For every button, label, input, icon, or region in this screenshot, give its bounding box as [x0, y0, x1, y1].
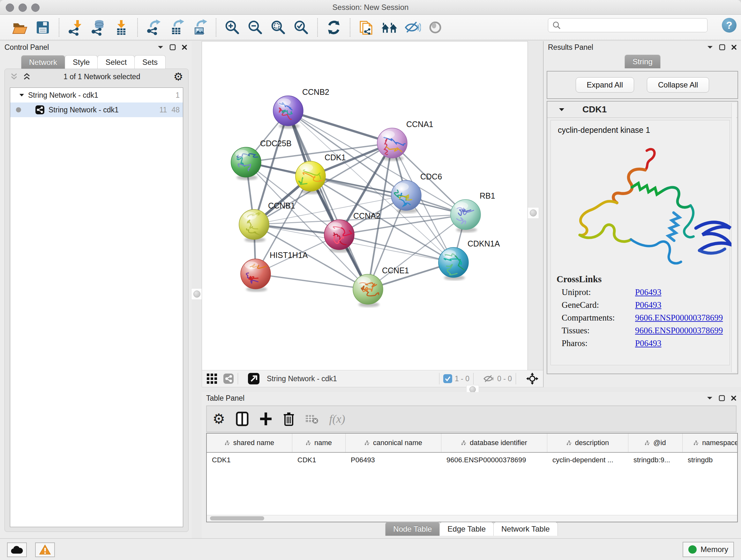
- cloud-button[interactable]: [7, 543, 27, 557]
- tab-edge-table[interactable]: Edge Table: [440, 522, 494, 536]
- column-header-canonical-name[interactable]: canonical name: [346, 434, 441, 452]
- table-cell[interactable]: CDK1: [207, 453, 292, 468]
- memory-button[interactable]: Memory: [683, 542, 734, 557]
- node-CDC6[interactable]: [391, 180, 421, 210]
- open-session-icon[interactable]: [11, 18, 29, 37]
- network-from-document-icon[interactable]: [357, 18, 375, 37]
- pan-crosshair-icon[interactable]: [526, 372, 539, 385]
- network-view-canvas[interactable]: CCNB2CCNA1CDC25BCDK1CDC6RB1CCNB1CCNA2CDK…: [202, 41, 528, 370]
- table-cell[interactable]: stringdb:9...: [628, 453, 683, 468]
- network-row[interactable]: String Network - cdk1 11 48: [10, 103, 183, 117]
- refresh-layout-icon[interactable]: [325, 18, 343, 37]
- tree-expander-icon[interactable]: [19, 93, 24, 97]
- zoom-fit-icon[interactable]: [269, 18, 287, 37]
- table-cell[interactable]: stringdb: [683, 453, 738, 468]
- rendering-detail-sphere-icon[interactable]: [426, 18, 444, 37]
- crosslink-link[interactable]: 9606.ENSP00000378699: [635, 326, 723, 335]
- panel-collapse-icon[interactable]: [706, 396, 713, 400]
- edge[interactable]: [288, 111, 368, 289]
- node-CCNB1[interactable]: [239, 209, 269, 240]
- delete-column-icon[interactable]: [283, 412, 294, 426]
- panel-close-icon[interactable]: [182, 44, 187, 50]
- panel-float-icon[interactable]: [170, 44, 176, 51]
- edge[interactable]: [256, 274, 368, 289]
- column-header-name[interactable]: name: [292, 434, 346, 452]
- column-header-description[interactable]: description: [547, 434, 628, 452]
- table-h-scrollbar[interactable]: [207, 515, 737, 522]
- crosslink-link[interactable]: P06493: [635, 338, 662, 348]
- control-splitter-handle[interactable]: [191, 288, 203, 300]
- add-column-icon[interactable]: [259, 412, 272, 426]
- table-cell[interactable]: CDK1: [292, 453, 346, 468]
- expand-all-button[interactable]: Expand All: [576, 77, 634, 92]
- table-h-scrollbar-thumb[interactable]: [210, 516, 264, 520]
- column-header-namespace[interactable]: namespace: [683, 434, 738, 452]
- export-network-icon[interactable]: [145, 18, 163, 37]
- panel-float-icon[interactable]: [719, 395, 725, 401]
- column-header-@id[interactable]: @id: [628, 434, 683, 452]
- gene-panel-header[interactable]: CDK1: [547, 102, 738, 118]
- crosslink-link[interactable]: 9606.ENSP00000378699: [635, 313, 723, 323]
- node-CCNE1[interactable]: [353, 274, 383, 304]
- tab-sets[interactable]: Sets: [134, 55, 165, 69]
- network-collection-row[interactable]: String Network - cdk1 1: [10, 88, 183, 103]
- tab-style[interactable]: Style: [65, 55, 98, 69]
- search-box[interactable]: [548, 18, 708, 32]
- zoom-out-icon[interactable]: [246, 18, 264, 37]
- table-row[interactable]: CDK1CDK1P064939606.ENSP00000378699cyclin…: [207, 453, 737, 468]
- table-cell[interactable]: P06493: [346, 453, 441, 468]
- export-table-icon[interactable]: [168, 18, 186, 37]
- show-hide-graphics-details-icon[interactable]: [403, 18, 421, 37]
- import-network-from-database-icon[interactable]: [89, 18, 107, 37]
- node-RB1[interactable]: [451, 199, 481, 230]
- help-button[interactable]: ?: [722, 18, 737, 33]
- table-cell[interactable]: cyclin-dependent ...: [547, 453, 628, 468]
- show-columns-icon[interactable]: [236, 412, 249, 426]
- collapse-all-networks-icon[interactable]: [10, 73, 17, 80]
- birds-eye-view-icon[interactable]: [248, 373, 260, 385]
- save-session-icon[interactable]: [34, 18, 52, 37]
- tab-network[interactable]: Network: [21, 55, 65, 69]
- edge[interactable]: [288, 111, 392, 143]
- crosslink-link[interactable]: P06493: [635, 287, 662, 297]
- node-CDKN1A[interactable]: [439, 247, 468, 277]
- panel-close-icon[interactable]: [731, 44, 737, 50]
- results-splitter-handle[interactable]: [528, 207, 539, 219]
- import-network-from-file-icon[interactable]: [66, 18, 84, 37]
- export-image-icon[interactable]: [191, 18, 209, 37]
- tab-node-table[interactable]: Node Table: [385, 522, 440, 536]
- node-CCNB2[interactable]: [273, 96, 303, 126]
- zoom-selected-icon[interactable]: [292, 18, 310, 37]
- table-options-gear-icon[interactable]: ⚙: [212, 412, 225, 426]
- panel-collapse-icon[interactable]: [157, 45, 164, 50]
- node-CDC25B[interactable]: [231, 147, 261, 177]
- warnings-button[interactable]: [35, 543, 55, 557]
- network-options-gear-icon[interactable]: ⚙: [174, 70, 183, 84]
- results-splitter[interactable]: [528, 41, 543, 370]
- network-share-gray-icon[interactable]: [223, 373, 234, 384]
- gene-expander-icon[interactable]: [559, 108, 564, 112]
- tab-select[interactable]: Select: [97, 55, 135, 69]
- expand-all-networks-icon[interactable]: [23, 73, 30, 80]
- crosslink-link[interactable]: P06493: [635, 300, 662, 310]
- node-CCNA2[interactable]: [324, 220, 354, 250]
- node-CCNA1[interactable]: [377, 128, 408, 158]
- selected-checkbox-icon[interactable]: [443, 374, 452, 383]
- import-table-from-file-icon[interactable]: [112, 18, 130, 37]
- search-input[interactable]: [561, 21, 696, 30]
- tab-network-table[interactable]: Network Table: [493, 522, 558, 536]
- panel-collapse-icon[interactable]: [707, 45, 713, 50]
- table-cell[interactable]: 9606.ENSP00000378699: [441, 453, 547, 468]
- home-icon[interactable]: [381, 18, 398, 37]
- zoom-in-icon[interactable]: [223, 18, 241, 37]
- tab-string[interactable]: String: [624, 55, 661, 68]
- column-header-shared-name[interactable]: shared name: [207, 434, 292, 452]
- grid-view-icon[interactable]: [206, 373, 217, 384]
- column-header-database-identifier[interactable]: database identifier: [441, 434, 547, 452]
- collapse-all-button[interactable]: Collapse All: [647, 77, 709, 92]
- node-HIST1H1A[interactable]: [241, 259, 273, 289]
- panel-float-icon[interactable]: [719, 44, 725, 51]
- gene-panel-scrollbar[interactable]: [731, 103, 736, 372]
- panel-close-icon[interactable]: [731, 395, 737, 401]
- network-graph[interactable]: CCNB2CCNA1CDC25BCDK1CDC6RB1CCNB1CCNA2CDK…: [202, 42, 528, 370]
